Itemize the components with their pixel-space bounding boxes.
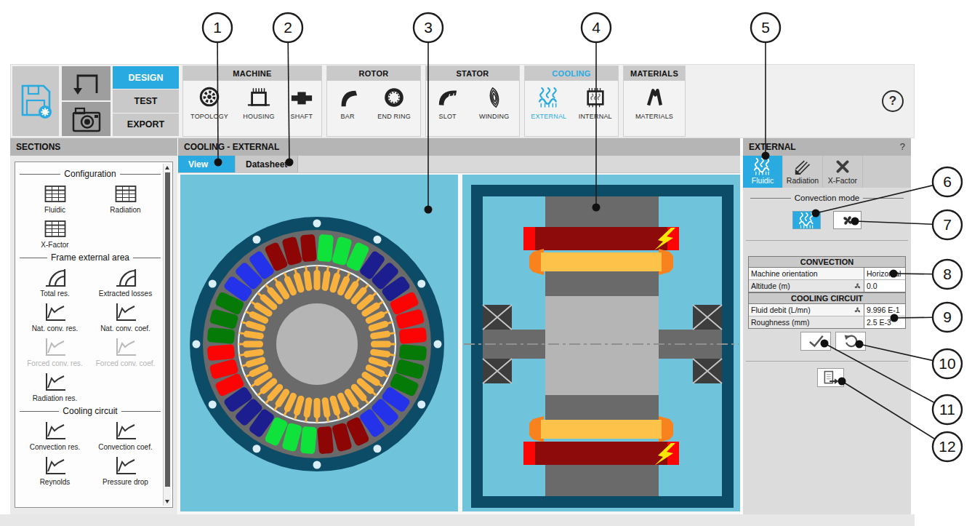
section-item-x-factor[interactable]: X-Factor [20,218,90,249]
tab-x-factor[interactable]: X-Factor [823,156,863,188]
winding-icon [483,86,506,109]
convection-mode-buttons [743,211,911,229]
resistance-arc-icon [115,266,137,288]
ribbon-item-topology[interactable]: TOPOLOGY [190,86,228,120]
ribbon-item-bar[interactable]: BAR [337,86,358,120]
housing-icon [246,86,271,109]
snapshot-button[interactable] [62,102,111,136]
svg-text:12: 12 [939,438,955,455]
section-item-nat-conv-res[interactable]: Nat. conv. res. [20,301,90,332]
panel-tabs: Fluidic Radiation X-Factor [743,156,911,188]
section-item-convection-res[interactable]: Convection res. [20,420,90,451]
section-item-radiation[interactable]: Radiation [90,183,161,214]
rotor-bar-icon [337,86,358,109]
tab-design[interactable]: DESIGN [113,66,179,89]
table-icon [44,183,66,204]
ribbon-item-materials[interactable]: MATERIALS [635,86,673,120]
heat-waves-icon [754,159,771,174]
mode-tabs: DESIGN TEST EXPORT [113,66,179,136]
ribbon-group-title: MATERIALS [624,66,685,81]
external-cooling-icon [539,86,559,109]
scroll-down-icon[interactable] [165,500,169,503]
save-button[interactable] [12,66,59,136]
scrollbar-thumb[interactable] [165,172,170,487]
table-icon [44,218,66,239]
forced-convection-fan-button[interactable] [833,211,861,229]
curve-chart-icon [44,420,66,442]
scroll-up-icon[interactable] [165,166,169,170]
ribbon-group-materials: MATERIALS MATERIALS [623,65,686,137]
export-icon [822,370,839,386]
internal-cooling-icon [584,86,607,109]
confirm-button[interactable] [800,332,831,351]
help-button[interactable]: ? [882,90,904,112]
section-item-fluidic[interactable]: Fluidic [20,183,90,214]
curve-chart-icon [115,301,137,323]
motor-axial-cross-section [462,175,740,511]
view-tabs: View Datasheet [178,156,740,173]
ribbon-item-end-ring[interactable]: END RING [377,86,411,120]
ribbon-item-cooling-external[interactable]: EXTERNAL [531,86,566,120]
divider [746,361,908,362]
svg-text:2: 2 [284,19,292,36]
section-item-forced-conv-coef[interactable]: Forced conv. coef. [90,336,161,367]
roughness-value[interactable]: 2.5 E-3 [864,316,905,328]
altitude-value[interactable]: 0.0 [864,280,905,292]
section-item-forced-conv-res[interactable]: Forced conv. res. [20,336,90,367]
section-item-convection-coef[interactable]: Convection coef. [90,420,161,451]
section-item-extracted-losses[interactable]: Extracted losses [90,266,161,298]
svg-text:4: 4 [592,19,601,36]
tab-export[interactable]: EXPORT [113,113,179,136]
axial-view-panel[interactable] [462,175,740,511]
section-item-nat-conv-coef[interactable]: Nat. conv. coef. [90,301,161,332]
tab-datasheet[interactable]: Datasheet [236,156,298,172]
export-button[interactable] [817,368,844,387]
ribbon-item-housing[interactable]: HOUSING [243,86,274,120]
table-row: Roughness (mm) 2.5 E-3 [749,316,905,328]
radial-view-panel[interactable] [180,175,458,511]
machine-orientation-value[interactable]: Horizontal [864,268,905,279]
end-ring-bottom [541,420,662,439]
fluid-debit-value[interactable]: 9.996 E-1 [864,304,905,316]
stator-core-top [545,196,659,227]
ribbon-group-rotor: ROTOR BAR END RING [326,65,421,137]
edit-icon [854,282,861,290]
tab-radiation[interactable]: Radiation [783,156,823,188]
stator-slot-icon [436,86,459,109]
curve-chart-icon [115,455,137,477]
action-buttons [755,332,911,351]
section-item-radiation-res[interactable]: Radiation res. [20,371,90,402]
section-item-total-res[interactable]: Total res. [20,266,90,298]
rotor-core [545,296,659,395]
load-arrow-icon [69,70,104,97]
ribbon-item-shaft[interactable]: SHAFT [289,86,314,120]
tab-fluidic[interactable]: Fluidic [743,156,783,188]
external-properties-panel: EXTERNAL ? Fluidic Radiation [743,138,911,514]
svg-text:7: 7 [943,216,952,233]
svg-text:9: 9 [943,308,952,325]
panel-title: EXTERNAL [749,142,796,152]
sidebar-scrollbar[interactable] [163,164,171,506]
ribbon-item-winding[interactable]: WINDING [479,86,509,120]
section-item-reynolds[interactable]: Reynolds [20,455,90,486]
convection-mode-legend: Convection mode [750,194,904,202]
tab-test[interactable]: TEST [113,89,179,112]
svg-text:8: 8 [943,266,952,282]
natural-convection-button[interactable] [792,211,821,229]
convection-table: CONVECTION Machine orientation Horizonta… [748,256,906,292]
panel-title-bar: EXTERNAL ? [743,138,911,156]
svg-text:6: 6 [943,173,952,190]
section-item-pressure-drop[interactable]: Pressure drop [90,455,161,486]
load-machine-button[interactable] [62,66,111,100]
divider [746,240,908,241]
materials-icon [643,86,665,109]
tab-view[interactable]: View [178,156,236,172]
end-ring-icon [383,86,405,109]
group-legend-cooling-circuit: Cooling circuit [20,406,161,416]
restore-button[interactable] [835,332,866,351]
checkmark-icon [806,332,825,350]
ribbon-item-cooling-internal[interactable]: INTERNAL [579,86,612,120]
heat-waves-icon [799,212,815,228]
panel-help-icon[interactable]: ? [900,138,905,156]
ribbon-item-slot[interactable]: SLOT [436,86,459,120]
